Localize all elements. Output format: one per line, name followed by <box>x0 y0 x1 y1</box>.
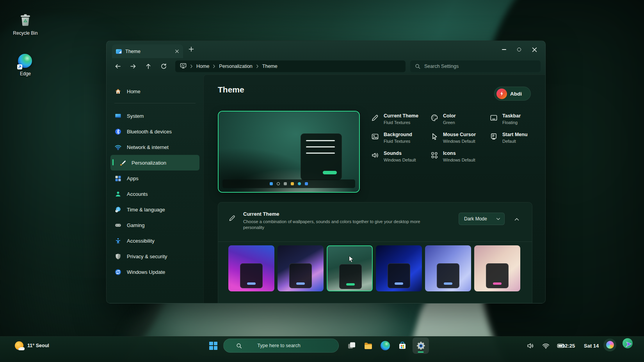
sidebar-item-privacy-security[interactable]: Privacy & security <box>110 248 199 264</box>
maximize-icon[interactable] <box>514 45 524 54</box>
sidebar: Home System Bluetooth & devices Network … <box>107 75 203 303</box>
chevron-down-icon <box>496 218 500 220</box>
breadcrumb-personalization[interactable]: Personalization <box>219 64 252 69</box>
sidebar-item-home[interactable]: Home <box>110 84 199 98</box>
settings-button-active[interactable] <box>413 337 429 354</box>
pen-icon <box>371 114 379 122</box>
theme-thumbnail-1[interactable] <box>228 245 274 291</box>
settings-search-placeholder: Search Settings <box>424 64 459 69</box>
mini-taskview-icon <box>284 182 287 185</box>
chevron-right-icon <box>256 64 259 68</box>
start-button[interactable] <box>209 338 217 353</box>
taskbar-search-input[interactable]: Type here to search <box>223 339 339 353</box>
desktop-icon-edge[interactable]: Edge <box>7 54 44 76</box>
sidebar-item-windows-update[interactable]: Windows Update <box>110 264 199 280</box>
file-explorer-button[interactable] <box>363 338 373 353</box>
tab-theme[interactable]: Theme <box>112 44 183 58</box>
date: Sat 14 <box>584 343 599 349</box>
system-tray <box>525 338 566 353</box>
time: 12:25 <box>562 343 575 349</box>
sidebar-item-accessibility[interactable]: Accessibility <box>110 233 199 248</box>
mode-dropdown[interactable]: Dark Mode <box>459 213 505 225</box>
shortcut-arrow-icon <box>17 64 22 69</box>
taskbar-date[interactable]: Sat 14 <box>584 338 599 353</box>
theme-thumbnail-5[interactable] <box>425 245 471 291</box>
sidebar-item-label: Gaming <box>127 222 145 228</box>
theme-thumbnail-4[interactable] <box>376 245 422 291</box>
settings-window: Theme <box>106 41 546 303</box>
mini-search-icon <box>277 182 280 185</box>
speaker-icon <box>371 151 379 160</box>
sidebar-item-system[interactable]: System <box>110 108 199 124</box>
detail-icons: IconsWindows Default <box>430 151 489 162</box>
sidebar-item-gaming[interactable]: Gaming <box>110 217 199 233</box>
wifi-icon[interactable] <box>541 341 551 351</box>
card-title: Current Theme <box>243 211 279 217</box>
task-view-icon <box>347 341 357 351</box>
image-icon <box>371 132 379 141</box>
chevron-right-icon <box>190 64 193 68</box>
theme-thumbnail-6[interactable] <box>474 245 520 291</box>
refresh-icon[interactable] <box>158 60 169 72</box>
detail-taskbar: TaskbarFloating <box>489 113 545 125</box>
edge-button[interactable] <box>380 338 390 353</box>
taskbar-clock[interactable]: 12:25 <box>562 338 575 353</box>
user-account-button[interactable]: Abdi <box>494 87 531 101</box>
weather-widget[interactable]: 11° Seoul <box>15 338 49 353</box>
sidebar-item-label: Bluetooth & devices <box>127 129 172 135</box>
forward-icon[interactable] <box>127 60 139 72</box>
task-view-button[interactable] <box>347 338 357 353</box>
tab-close-icon[interactable] <box>175 49 179 53</box>
accounts-icon <box>114 190 122 198</box>
system-icon <box>114 112 122 120</box>
titlebar[interactable]: Theme <box>107 41 545 58</box>
breadcrumb-theme[interactable]: Theme <box>262 64 278 69</box>
monitor-icon <box>180 63 187 70</box>
sidebar-item-label: Time & language <box>127 207 165 213</box>
volume-icon[interactable] <box>525 341 535 351</box>
theme-thumbnail-2[interactable] <box>278 245 324 291</box>
breadcrumb: Home Personalization Theme <box>175 60 406 72</box>
sidebar-item-time-language[interactable]: Time & language <box>110 202 199 217</box>
main-content: Theme Abdi <box>203 75 545 303</box>
detail-start-menu: Start MenuDefault <box>489 132 545 144</box>
taskbar-icon <box>489 114 498 122</box>
weather-sun-icon <box>15 341 23 350</box>
card-description: Choose a combination of wallpapers, soun… <box>243 219 440 231</box>
weather-city: Seoul <box>36 343 49 348</box>
current-theme-preview[interactable] <box>218 111 360 193</box>
close-icon[interactable] <box>530 45 539 54</box>
purple-arrow-icon <box>623 339 633 349</box>
desktop-icon-recycle-bin[interactable]: Recycle Bin <box>7 13 44 36</box>
up-icon[interactable] <box>142 60 154 72</box>
edge-icon <box>380 341 390 351</box>
back-icon[interactable] <box>112 60 124 72</box>
minimize-icon[interactable] <box>499 45 509 54</box>
theme-thumbnail-3-selected[interactable] <box>327 245 373 291</box>
sidebar-item-bluetooth-devices[interactable]: Bluetooth & devices <box>110 124 199 139</box>
desktop-icon-label: Recycle Bin <box>7 30 44 36</box>
start-menu-icon <box>489 132 498 141</box>
sidebar-item-apps[interactable]: Apps <box>110 170 199 186</box>
sidebar-item-personalization[interactable]: Personalization <box>110 155 199 170</box>
store-button[interactable] <box>397 338 407 353</box>
new-tab-icon[interactable] <box>189 46 194 52</box>
preview-mini-taskbar <box>222 179 355 188</box>
search-icon <box>236 343 242 349</box>
palette-icon <box>430 114 439 122</box>
collapse-chevron-up-icon[interactable] <box>512 214 522 224</box>
store-icon <box>397 341 407 351</box>
sidebar-item-network-internet[interactable]: Network & internet <box>110 139 199 155</box>
taskbar-search-placeholder: Type here to search <box>242 343 316 348</box>
apps-icon <box>114 175 122 182</box>
desktop-icon-label: Edge <box>7 71 44 76</box>
copilot-button[interactable] <box>603 337 616 353</box>
sidebar-item-accounts[interactable]: Accounts <box>110 186 199 202</box>
settings-app-icon <box>116 49 122 54</box>
cursor-icon <box>430 132 439 141</box>
user-name: Abdi <box>510 91 522 97</box>
settings-search-input[interactable]: Search Settings <box>410 60 541 72</box>
tray-app-button[interactable] <box>622 338 634 350</box>
theme-thumbnails <box>228 245 520 291</box>
breadcrumb-home[interactable]: Home <box>196 64 209 69</box>
